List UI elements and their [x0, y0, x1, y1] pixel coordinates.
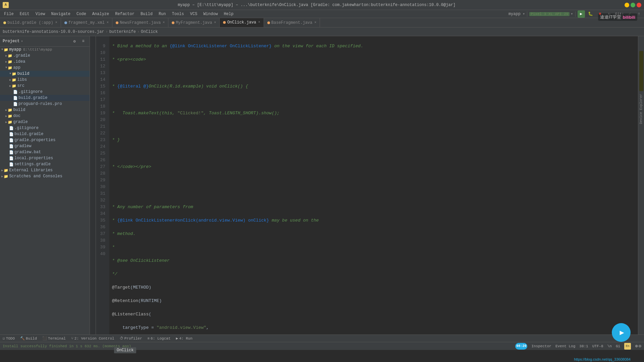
close-button[interactable] [637, 3, 641, 7]
btn-logcat[interactable]: ≡ 6: Logcat [148, 337, 171, 341]
sidebar-item-doc[interactable]: ▶ 📁 doc [0, 113, 90, 119]
sidebar-item-idea[interactable]: ▶ 📁 .idea [0, 59, 90, 65]
menu-build[interactable]: Build [138, 11, 155, 17]
sidebar-collapse[interactable]: ≡ [79, 38, 87, 45]
menu-run[interactable]: Run [156, 11, 169, 17]
btn-vc-label: 2: Version Control [74, 337, 114, 341]
git-label[interactable]: Gi [616, 344, 620, 348]
menu-tools[interactable]: Tools [169, 11, 187, 17]
sidebar-item-myapp[interactable]: ▼ 📁 myapp E:\ttit\myapp [0, 47, 90, 53]
build-icon: 🔨 [20, 336, 25, 341]
btn-terminal-label: Terminal [48, 337, 66, 341]
menu-help[interactable]: Help [221, 11, 236, 17]
menu-analyze[interactable]: Analyze [90, 11, 112, 17]
device-explorer-tab[interactable]: Device Explorer [639, 93, 644, 125]
minimize-button[interactable] [625, 3, 629, 7]
menu-edit[interactable]: Edit [17, 11, 32, 17]
breadcrumb-jar[interactable]: butterknife-annotations-10.0.0-sources.j… [3, 29, 104, 34]
menu-vcs[interactable]: VCS [187, 11, 200, 17]
file-icon: 📄 [9, 162, 14, 167]
sidebar-gear[interactable]: ⚙ [71, 38, 78, 45]
btn-run[interactable]: ▶ 4: Run [176, 336, 193, 341]
btn-profiler-label: Profiler [124, 337, 142, 341]
menu-code[interactable]: Code [74, 11, 89, 17]
tab-my-fragment[interactable]: MyFragment.java × [168, 18, 220, 27]
btn-profiler[interactable]: ⏱ Profiler [120, 336, 142, 341]
sidebar-item-gradle-properties[interactable]: 📄 gradle.properties [0, 137, 90, 143]
sidebar-dropdown-icon[interactable]: ▾ [21, 39, 23, 43]
encoding-label[interactable]: UTF-8 [592, 344, 603, 348]
btn-build-label: Build [26, 337, 37, 341]
tab-news-fragment[interactable]: NewsFragment.java × [112, 18, 168, 27]
code-line: */ [112, 271, 635, 278]
menu-bar: File Edit View Navigate Code Analyze Ref… [0, 10, 644, 18]
sidebar-item-scratches[interactable]: ▶ 📁 Scratches and Consoles [0, 173, 90, 179]
btn-build[interactable]: 🔨 Build [20, 336, 37, 341]
tab-close-onclick[interactable]: × [258, 20, 260, 24]
sidebar-item-settings-gradle[interactable]: 📄 settings.gradle [0, 161, 90, 167]
arrow-icon: ▶ [9, 84, 11, 88]
ln-23: 23 [99, 137, 107, 143]
btn-version-control[interactable]: ⑂ 2: Version Control [71, 337, 114, 341]
breadcrumb-file[interactable]: OnClick [141, 29, 158, 34]
sidebar-item-proguard[interactable]: 📄 proguard-rules.pro [0, 101, 90, 107]
code-scroll[interactable]: 9 10 11 12 13 14 15 16 17 18 19 20 21 22… [96, 36, 638, 335]
project-dropdown[interactable]: myapp [508, 12, 521, 16]
tab-fragment-xml[interactable]: fragment_my.xml × [61, 18, 112, 27]
tab-build-gradle[interactable]: build.gradle (:app) × [0, 18, 61, 27]
sidebar-item-build-gradle-app[interactable]: 📄 build.gradle [0, 95, 90, 101]
menu-window[interactable]: Window [201, 11, 220, 17]
run-button[interactable]: ▶ [578, 10, 585, 18]
tab-close-news-fragment[interactable]: × [163, 21, 165, 24]
device-dropdown[interactable]: Pixel 3 XL API 29 [529, 12, 570, 16]
tab-close-base-fragment[interactable]: × [314, 21, 316, 24]
maximize-button[interactable] [631, 3, 635, 7]
sidebar-item-gitignore[interactable]: 📄 .gitignore [0, 125, 90, 131]
menu-refactor[interactable]: Refactor [112, 11, 137, 17]
sidebar-item-app[interactable]: ▼ 📁 app [0, 65, 90, 71]
website-url: https://blog.csdn.net/qq_33608084 [574, 357, 631, 361]
btn-todo[interactable]: ☑ TODO [3, 336, 15, 341]
sidebar-item-gradlew[interactable]: 📄 gradlew [0, 143, 90, 149]
sidebar-item-gradlew-bat[interactable]: 📄 gradlew.bat [0, 149, 90, 155]
file-icon: 📄 [9, 132, 14, 136]
sidebar-label: External Libraries [9, 168, 53, 173]
code-content[interactable]: * Bind a method to an {@link OnClickList… [109, 36, 638, 335]
breadcrumb-package[interactable]: butterknife [109, 29, 136, 34]
sidebar-item-libs[interactable]: ▶ 📁 libs [0, 77, 90, 83]
sidebar-item-build-root[interactable]: ▶ 📁 build [0, 107, 90, 113]
ln-32: 32 [99, 197, 107, 204]
sidebar-item-build[interactable]: ▼ 📁 build [0, 71, 90, 77]
code-editor[interactable]: 9 10 11 12 13 14 15 16 17 18 19 20 21 22… [96, 36, 638, 335]
menu-file[interactable]: File [1, 11, 16, 17]
inspector-label[interactable]: Inspector [531, 344, 551, 348]
sidebar-item-gitignore-app[interactable]: 📄 .gitignore [0, 89, 90, 95]
float-play-button[interactable] [612, 323, 631, 342]
ln-26: 26 [99, 157, 107, 164]
sidebar-item-src[interactable]: ▶ 📁 src [0, 83, 90, 89]
profiler-icon: ⏱ [120, 336, 123, 341]
tab-close-fragment-xml[interactable]: × [107, 21, 109, 24]
tab-close-build-gradle[interactable]: × [55, 21, 57, 24]
tab-base-fragment[interactable]: BaseFragment.java × [264, 18, 320, 27]
code-line: @Retention(RUNTIME) [112, 298, 635, 304]
sidebar-item-local-properties[interactable]: 📄 local.properties [0, 155, 90, 161]
tab-close-my-fragment[interactable]: × [214, 21, 216, 24]
menu-view[interactable]: View [33, 11, 48, 17]
file-icon: 📄 [9, 150, 14, 155]
zoom-in-icon[interactable]: ⊕ [635, 343, 638, 349]
sidebar-item-external-libraries[interactable]: ▶ 📁 External Libraries [0, 167, 90, 173]
title-bar: A myapp – [E:\ttit\myapp] – ...\butterkn… [0, 0, 644, 10]
sidebar-item-gradle[interactable]: ▶ 📁 gradle [0, 119, 90, 125]
menu-navigate[interactable]: Navigate [48, 11, 73, 17]
sidebar-label: gradle [13, 120, 28, 124]
arrow-icon: ▶ [5, 114, 7, 118]
debug-button[interactable]: 🐛 [587, 10, 594, 18]
btn-terminal[interactable]: ⬛ Terminal [42, 336, 66, 341]
zoom-out-icon[interactable]: ⊖ [639, 343, 641, 349]
sidebar-item-build-gradle[interactable]: 📄 build.gradle [0, 131, 90, 137]
sidebar-item-gradle-hidden[interactable]: ▶ 📁 .gradle [0, 53, 90, 59]
code-line [112, 150, 635, 157]
event-log-label[interactable]: Event Log [555, 344, 575, 348]
tab-onclick[interactable]: OnClick.java × [220, 18, 264, 27]
